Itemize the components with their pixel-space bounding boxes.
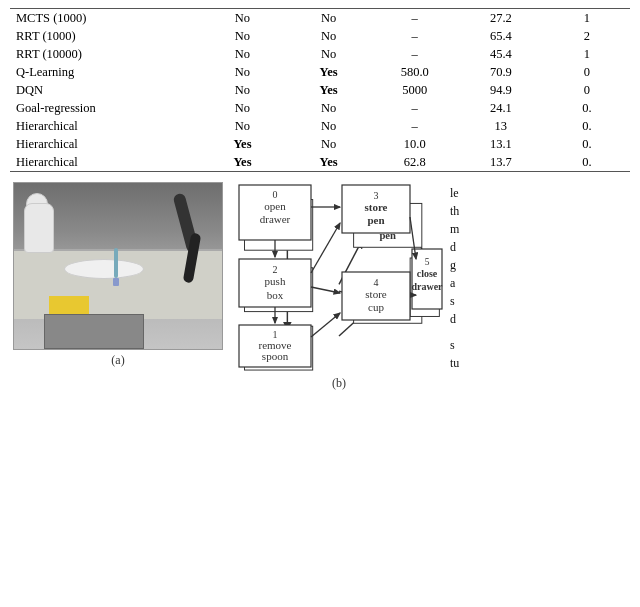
n1-label-l2: spoon — [262, 350, 289, 362]
diagram-container: 0 open drawer 2 push box 1 remove spoon … — [234, 182, 444, 391]
cell-col6: 0 — [544, 63, 630, 81]
caption-a: (a) — [111, 353, 124, 368]
cell-name: Goal-regression — [10, 99, 199, 117]
n0-label-l2: drawer — [260, 213, 291, 225]
svg-rect-1 — [113, 278, 119, 286]
n2-label-l1: push — [265, 275, 286, 287]
cell-col5: 13.1 — [458, 135, 544, 153]
n5-label-l2: drawer — [411, 281, 443, 292]
arrow-1-4 — [311, 313, 340, 337]
cell-col2: Yes — [199, 153, 285, 172]
table-row: RRT (10000) No No – 45.4 1 — [10, 45, 630, 63]
cell-col6: 0. — [544, 99, 630, 117]
arrow-2-3 — [311, 223, 340, 273]
bottle-svg — [109, 248, 123, 288]
right-text-line: d — [450, 238, 632, 256]
cell-col2: Yes — [199, 135, 285, 153]
cell-col5: 13 — [458, 117, 544, 135]
cell-name: DQN — [10, 81, 199, 99]
cell-col2: No — [199, 63, 285, 81]
table-row: Hierarchical No No – 13 0. — [10, 117, 630, 135]
table-row: MCTS (1000) No No – 27.2 1 — [10, 9, 630, 28]
right-text-block: le th m d g a s d s tu — [450, 182, 632, 372]
cell-col4: 10.0 — [372, 135, 458, 153]
results-table: MCTS (1000) No No – 27.2 1 RRT (1000) No… — [10, 8, 630, 172]
cell-col3: Yes — [286, 153, 372, 172]
nao-robot — [24, 203, 54, 253]
n2-label-id: 2 — [273, 264, 278, 275]
cell-col6: 0 — [544, 81, 630, 99]
cell-col3: Yes — [286, 63, 372, 81]
n5-label-id: 5 — [425, 257, 430, 267]
right-text-line: th — [450, 202, 632, 220]
cell-col5: 94.9 — [458, 81, 544, 99]
cell-name: Hierarchical — [10, 135, 199, 153]
cell-col4: – — [372, 45, 458, 63]
cell-name: Q-Learning — [10, 63, 199, 81]
task-diagram-clean: 0 open drawer 2 push box 1 remove spoon … — [234, 177, 444, 372]
n4-label-id: 4 — [374, 277, 379, 288]
cell-col6: 1 — [544, 9, 630, 28]
n4-label-l1: store — [365, 288, 387, 300]
cell-col3: No — [286, 117, 372, 135]
drawer-box — [44, 314, 144, 349]
n2-label-l2: box — [267, 289, 284, 301]
cell-col6: 0. — [544, 153, 630, 172]
cell-col4: – — [372, 99, 458, 117]
cell-col5: 27.2 — [458, 9, 544, 28]
cell-name: RRT (10000) — [10, 45, 199, 63]
cell-col4: 580.0 — [372, 63, 458, 81]
cell-col4: – — [372, 117, 458, 135]
right-text-line: d — [450, 310, 632, 328]
cell-col3: No — [286, 27, 372, 45]
cell-col6: 1 — [544, 45, 630, 63]
cell-col4: 62.8 — [372, 153, 458, 172]
table-row: Hierarchical Yes No 10.0 13.1 0. — [10, 135, 630, 153]
n0-label-id: 0 — [273, 189, 278, 200]
n0-label-l1: open — [264, 200, 286, 212]
cell-col5: 65.4 — [458, 27, 544, 45]
cell-name: RRT (1000) — [10, 27, 199, 45]
cell-name: Hierarchical — [10, 153, 199, 172]
right-text-line: s — [450, 292, 632, 310]
yellow-item — [49, 296, 89, 314]
bottom-section: (a) — [0, 176, 640, 391]
cell-col6: 0. — [544, 117, 630, 135]
cell-col4: 5000 — [372, 81, 458, 99]
table-row: RRT (1000) No No – 65.4 2 — [10, 27, 630, 45]
table-row: Hierarchical Yes Yes 62.8 13.7 0. — [10, 153, 630, 172]
n3-label-l2: pen — [367, 214, 384, 226]
cell-col5: 24.1 — [458, 99, 544, 117]
cell-col6: 2 — [544, 27, 630, 45]
arrow-2-4 — [311, 287, 340, 293]
caption-b: (b) — [332, 376, 346, 391]
right-text-line: m — [450, 220, 632, 238]
cell-col3: No — [286, 135, 372, 153]
cell-col6: 0. — [544, 135, 630, 153]
cell-col2: No — [199, 45, 285, 63]
cell-col4: – — [372, 9, 458, 28]
cell-col2: No — [199, 99, 285, 117]
cell-col3: No — [286, 45, 372, 63]
table-row: Goal-regression No No – 24.1 0. — [10, 99, 630, 117]
cell-col2: No — [199, 117, 285, 135]
cell-col2: No — [199, 27, 285, 45]
svg-rect-0 — [114, 248, 118, 278]
cell-col5: 70.9 — [458, 63, 544, 81]
cell-col5: 13.7 — [458, 153, 544, 172]
white-disc — [64, 259, 144, 279]
right-text-line: le — [450, 184, 632, 202]
robot-arm — [142, 193, 202, 293]
table-section: MCTS (1000) No No – 27.2 1 RRT (1000) No… — [0, 0, 640, 176]
cell-col5: 45.4 — [458, 45, 544, 63]
n5-label-l1: close — [417, 268, 438, 279]
cell-col4: – — [372, 27, 458, 45]
cell-name: MCTS (1000) — [10, 9, 199, 28]
cell-col3: Yes — [286, 81, 372, 99]
right-text-line: g — [450, 256, 632, 274]
n3-label-l1: store — [364, 201, 387, 213]
cell-col2: No — [199, 9, 285, 28]
cell-col3: No — [286, 99, 372, 117]
right-text-line: tu — [450, 354, 632, 372]
cell-name: Hierarchical — [10, 117, 199, 135]
